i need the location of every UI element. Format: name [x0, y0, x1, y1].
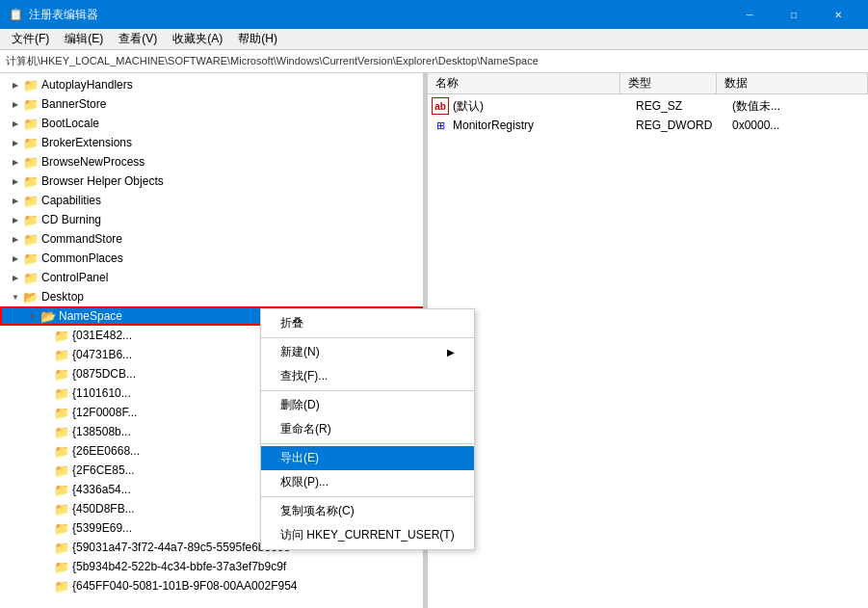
folder-icon: 📁 — [54, 482, 69, 497]
expand-arrow-placeholder — [39, 405, 54, 420]
tree-item-label: BootLocale — [41, 117, 99, 130]
tree-item-label: {0875DCB... — [72, 367, 136, 381]
tree-item-label: {4336a54... — [72, 483, 131, 496]
expand-arrow-placeholder — [39, 540, 54, 555]
context-menu-item[interactable]: 查找(F)... — [261, 364, 474, 388]
tree-item[interactable]: 📁{645FF040-5081-101B-9F08-00AA002F954 — [0, 576, 423, 595]
context-menu-item[interactable]: 复制项名称(C) — [261, 499, 474, 523]
tree-item-label: {645FF040-5081-101B-9F08-00AA002F954 — [72, 579, 298, 593]
tree-item[interactable]: ▶📁Capabilities — [0, 191, 423, 210]
folder-icon: 📁 — [23, 231, 39, 247]
tree-item-label: AutoplayHandlers — [41, 78, 133, 92]
expand-arrow-placeholder — [39, 482, 54, 497]
context-menu-item[interactable]: 权限(P)... — [261, 470, 474, 494]
expand-arrow-placeholder — [39, 578, 54, 594]
folder-icon: 📁 — [23, 193, 39, 208]
expand-arrow[interactable]: ▼ — [25, 308, 40, 324]
expand-arrow[interactable]: ▶ — [8, 96, 23, 112]
tree-item-label: {2F6CE85... — [72, 463, 135, 477]
right-content[interactable]: ab (默认) REG_SZ (数值未... ⊞ MonitorRegistry… — [428, 94, 868, 608]
tree-item[interactable]: ▶📁Browser Helper Objects — [0, 172, 423, 191]
tree-item-label: CommonPlaces — [41, 251, 123, 265]
tree-item-label: {031E482... — [72, 329, 132, 342]
expand-arrow[interactable]: ▶ — [8, 173, 23, 189]
tree-item-label: {1101610... — [72, 386, 131, 400]
folder-icon: 📁 — [23, 154, 39, 170]
tree-item[interactable]: 📁{5b934b42-522b-4c34-bbfe-37a3ef7b9c9f — [0, 557, 423, 576]
context-menu-item[interactable]: 重命名(R) — [261, 417, 474, 441]
maximize-button[interactable]: □ — [772, 0, 816, 29]
address-path: 计算机\HKEY_LOCAL_MACHINE\SOFTWARE\Microsof… — [6, 54, 539, 68]
tree-item-label: {450D8FB... — [72, 502, 135, 515]
menu-bar: 文件(F) 编辑(E) 查看(V) 收藏夹(A) 帮助(H) — [0, 29, 868, 50]
reg-type: REG_SZ — [636, 99, 732, 113]
tree-item[interactable]: ▶📁BrokerExtensions — [0, 133, 423, 152]
reg-sz-icon: ab — [432, 97, 449, 115]
expand-arrow[interactable]: ▶ — [8, 154, 23, 170]
folder-icon: 📁 — [23, 77, 39, 93]
tree-item-label: {5b934b42-522b-4c34-bbfe-37a3ef7b9c9f — [72, 560, 286, 573]
menu-edit[interactable]: 编辑(E) — [57, 29, 111, 49]
menu-favorites[interactable]: 收藏夹(A) — [165, 29, 230, 49]
menu-file[interactable]: 文件(F) — [4, 29, 57, 49]
expand-arrow-placeholder — [39, 559, 54, 574]
expand-arrow[interactable]: ▶ — [8, 77, 23, 93]
app-title: 注册表编辑器 — [29, 7, 727, 23]
tree-item-label: {04731B6... — [72, 348, 132, 361]
folder-icon: 📁 — [54, 405, 69, 420]
context-menu: 折叠新建(N)▶查找(F)...删除(D)重命名(R)导出(E)权限(P)...… — [260, 308, 475, 550]
folder-icon: 📁 — [23, 116, 39, 131]
window-controls: ─ □ ✕ — [727, 0, 860, 29]
folder-icon: 📁 — [23, 96, 39, 112]
tree-item[interactable]: ▶📁CD Burning — [0, 210, 423, 229]
folder-icon: 📁 — [23, 212, 39, 227]
expand-arrow[interactable]: ▶ — [8, 212, 23, 227]
tree-item[interactable]: ▶📁BannerStore — [0, 94, 423, 114]
context-menu-divider — [261, 337, 474, 338]
close-button[interactable]: ✕ — [816, 0, 860, 29]
context-menu-item[interactable]: 折叠 — [261, 311, 474, 335]
expand-arrow[interactable]: ▶ — [8, 193, 23, 208]
title-bar: 📋 注册表编辑器 ─ □ ✕ — [0, 0, 868, 29]
folder-icon: 📁 — [23, 173, 39, 189]
tree-item-label: Capabilities — [41, 194, 101, 207]
folder-icon: 📁 — [23, 135, 39, 150]
tree-item[interactable]: ▶📁AutoplayHandlers — [0, 75, 423, 94]
context-menu-item[interactable]: 删除(D) — [261, 393, 474, 417]
minimize-button[interactable]: ─ — [727, 0, 772, 29]
menu-view[interactable]: 查看(V) — [111, 29, 165, 49]
app-icon: 📋 — [8, 7, 23, 22]
expand-arrow[interactable]: ▶ — [8, 231, 23, 247]
context-menu-item[interactable]: 导出(E) — [261, 446, 474, 470]
tree-item-label: {59031a47-3f72-44a7-89c5-5595fe6b30ee — [72, 541, 290, 554]
folder-icon: 📁 — [54, 520, 69, 536]
tree-item-label: {26EE0668... — [72, 444, 140, 458]
expand-arrow[interactable]: ▼ — [8, 289, 23, 304]
tree-item[interactable]: ▶📁CommandStore — [0, 229, 423, 249]
tree-item[interactable]: ▶📁CommonPlaces — [0, 249, 423, 268]
tree-item-label: ControlPanel — [41, 271, 108, 284]
reg-name: (默认) — [453, 98, 636, 115]
expand-arrow-placeholder — [39, 463, 54, 478]
expand-arrow[interactable]: ▶ — [8, 116, 23, 131]
menu-help[interactable]: 帮助(H) — [230, 29, 285, 49]
reg-name: MonitorRegistry — [453, 119, 636, 132]
expand-arrow[interactable]: ▶ — [8, 135, 23, 150]
tree-item[interactable]: ▶📁BrowseNewProcess — [0, 152, 423, 172]
tree-item-label: {5399E69... — [72, 521, 132, 535]
tree-item[interactable]: ▶📁BootLocale — [0, 114, 423, 133]
expand-arrow-placeholder — [39, 328, 54, 343]
registry-row[interactable]: ⊞ MonitorRegistry REG_DWORD 0x0000... — [428, 116, 868, 135]
expand-arrow[interactable]: ▶ — [8, 251, 23, 266]
expand-arrow-placeholder — [39, 520, 54, 536]
tree-item-label: CD Burning — [41, 213, 101, 226]
expand-arrow[interactable]: ▶ — [8, 270, 23, 285]
context-menu-item[interactable]: 新建(N)▶ — [261, 340, 474, 364]
context-menu-item[interactable]: 访问 HKEY_CURRENT_USER(T) — [261, 523, 474, 547]
folder-icon: 📁 — [54, 501, 69, 516]
tree-item[interactable]: ▶📁ControlPanel — [0, 268, 423, 287]
folder-icon: 📁 — [23, 270, 39, 285]
registry-row[interactable]: ab (默认) REG_SZ (数值未... — [428, 96, 868, 116]
folder-icon: 📁 — [54, 559, 69, 574]
tree-item[interactable]: ▼📂Desktop — [0, 287, 423, 306]
